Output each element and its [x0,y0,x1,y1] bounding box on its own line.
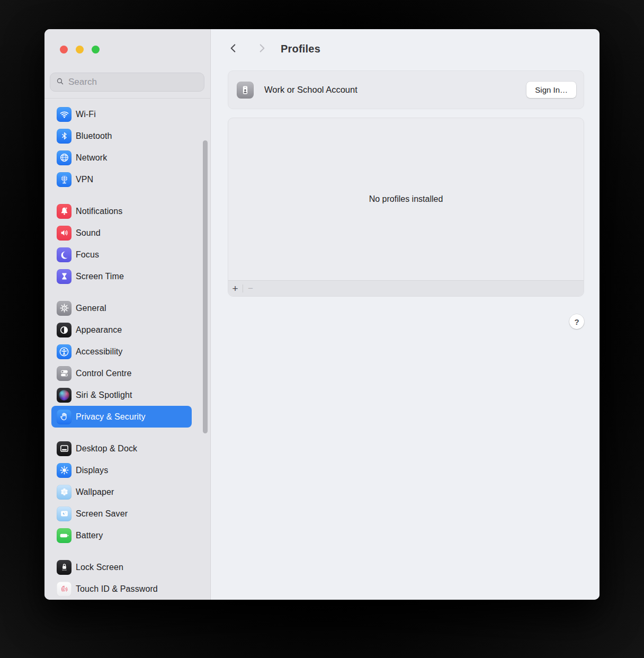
hourglass-icon [57,269,71,284]
sidebar-group-gap [51,428,192,438]
sidebar-separator [44,98,211,99]
close-window-button[interactable] [60,46,68,54]
minimize-window-button[interactable] [76,46,84,54]
sidebar-item-label: Desktop & Dock [76,444,137,454]
globe-icon [57,150,71,165]
sidebar-item-label: Sound [76,228,101,238]
sidebar-item-sound[interactable]: Sound [51,222,192,244]
profiles-toolbar: + − [228,280,584,296]
lock-icon [57,560,71,575]
sidebar-nav: Wi-Fi Bluetooth Network VPN [51,103,192,600]
sidebar-item-focus[interactable]: Focus [51,244,192,265]
sidebar-item-wifi[interactable]: Wi-Fi [51,103,192,125]
sidebar-item-label: Siri & Spotlight [76,390,132,400]
toggles-icon [57,366,71,381]
work-school-account-row: Work or School Account Sign In… [228,70,584,109]
sidebar-group-gap [51,190,192,200]
add-profile-button[interactable]: + [229,283,241,295]
sidebar-item-label: General [76,304,106,313]
sidebar-item-label: Appearance [76,325,122,335]
sidebar-item-network[interactable]: Network [51,147,192,168]
remove-profile-button[interactable]: − [245,283,256,295]
bluetooth-icon [57,129,71,144]
sidebar-item-notifications[interactable]: Notifications [51,200,192,222]
sidebar-item-lock-screen[interactable]: Lock Screen [51,556,192,578]
toolbar-divider [243,284,243,292]
sidebar-item-label: VPN [76,175,93,184]
sidebar-item-label: Network [76,153,107,163]
gear-icon [57,301,71,316]
fingerprint-icon [57,582,71,597]
sidebar-item-general[interactable]: General [51,297,192,319]
sidebar-item-label: Bluetooth [76,131,112,141]
search-icon [56,77,65,88]
sidebar: Wi-Fi Bluetooth Network VPN [44,29,211,600]
sidebar-item-label: Wi-Fi [76,110,96,119]
sun-icon [57,463,71,478]
account-label: Work or School Account [264,85,516,95]
back-button[interactable] [227,43,240,56]
system-settings-window: Wi-Fi Bluetooth Network VPN [44,29,600,600]
sidebar-item-label: Battery [76,531,103,540]
sidebar-item-touch-id-password[interactable]: Touch ID & Password [51,578,192,600]
sidebar-item-screen-saver[interactable]: Screen Saver [51,503,192,524]
sidebar-item-label: Control Centre [76,369,131,378]
battery-icon [57,528,71,543]
sidebar-item-label: Focus [76,250,99,260]
speaker-icon [57,226,71,241]
sidebar-item-label: Screen Saver [76,509,128,519]
sidebar-item-desktop-dock[interactable]: Desktop & Dock [51,438,192,459]
chevron-left-icon [228,42,239,56]
flower-icon [57,485,71,500]
sidebar-item-siri-spotlight[interactable]: Siri & Spotlight [51,384,192,406]
sidebar-item-label: Accessibility [76,347,122,357]
siri-icon [57,388,71,403]
sidebar-scrollbar[interactable] [203,140,208,433]
search-field[interactable] [50,73,204,92]
hand-icon [57,410,71,424]
desktop-dock-icon [57,441,71,456]
profiles-empty-area: No profiles installed [228,118,584,280]
screensaver-icon [57,506,71,521]
sidebar-item-privacy-security[interactable]: Privacy & Security [51,406,192,428]
sign-in-button[interactable]: Sign In… [526,82,576,98]
sidebar-item-label: Touch ID & Password [76,584,158,594]
wifi-icon [57,107,71,122]
sidebar-item-screen-time[interactable]: Screen Time [51,265,192,287]
main-pane: Profiles Work or School Account Sign In…… [211,29,600,600]
sidebar-item-accessibility[interactable]: Accessibility [51,341,192,362]
sidebar-item-control-centre[interactable]: Control Centre [51,362,192,384]
vpn-globe-icon [57,172,71,187]
sidebar-group-gap [51,546,192,556]
profiles-list-box: No profiles installed + − [228,118,584,297]
sidebar-item-displays[interactable]: Displays [51,459,192,481]
accessibility-icon [57,344,71,359]
sidebar-item-wallpaper[interactable]: Wallpaper [51,481,192,503]
appearance-icon [57,323,71,337]
bell-icon [57,204,71,219]
id-badge-icon [237,82,254,99]
zoom-window-button[interactable] [92,46,100,54]
sidebar-item-appearance[interactable]: Appearance [51,319,192,341]
sidebar-item-bluetooth[interactable]: Bluetooth [51,125,192,147]
empty-state-text: No profiles installed [369,194,443,204]
sidebar-item-label: Screen Time [76,272,124,281]
moon-icon [57,247,71,262]
help-button[interactable]: ? [569,314,584,329]
page-title: Profiles [281,43,320,55]
sidebar-item-battery[interactable]: Battery [51,524,192,546]
sidebar-item-label: Lock Screen [76,563,123,572]
sidebar-item-label: Notifications [76,207,122,216]
sidebar-item-label: Wallpaper [76,487,114,497]
forward-button[interactable] [255,43,268,56]
sidebar-item-label: Displays [76,466,108,475]
sidebar-item-vpn[interactable]: VPN [51,168,192,190]
search-input[interactable] [68,77,199,87]
sidebar-group-gap [51,287,192,297]
traffic-lights [60,46,100,54]
sidebar-item-label: Privacy & Security [76,412,146,422]
chevron-right-icon [256,42,267,56]
